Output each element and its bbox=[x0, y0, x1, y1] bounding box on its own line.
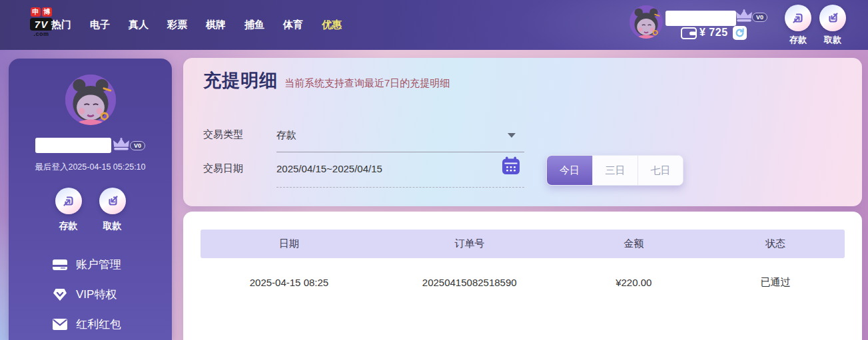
date-range-group: 今日 三日 七日 bbox=[546, 155, 683, 186]
withdraw-label: 取款 bbox=[819, 34, 846, 46]
sidebar-user-row: V0 bbox=[35, 137, 145, 154]
sidebar-vip-badge: V0 bbox=[130, 141, 145, 150]
logo-suffix: .com bbox=[30, 31, 53, 37]
nav-item-promo[interactable]: 优惠 bbox=[322, 19, 342, 31]
vip-level-badge: V0 bbox=[752, 13, 767, 22]
table-row: 2025-04-15 08:25 20250415082518590 ¥220.… bbox=[201, 258, 845, 306]
logo-main: 7V bbox=[30, 18, 53, 31]
logo-tile-2: 博 bbox=[42, 7, 52, 17]
sidebar-avatar[interactable] bbox=[65, 75, 116, 125]
range-3days-button[interactable]: 三日 bbox=[592, 156, 638, 185]
sidebar-item-label: VIP特权 bbox=[76, 287, 117, 302]
column-header-amount: 金额 bbox=[562, 238, 707, 250]
transaction-type-label: 交易类型 bbox=[203, 128, 243, 141]
logo-tile-1: 申 bbox=[31, 7, 41, 17]
type-underline bbox=[276, 152, 524, 152]
sidebar-item-label: 红利红包 bbox=[76, 317, 121, 332]
nav-item-lottery[interactable]: 彩票 bbox=[167, 19, 187, 31]
sidebar-avatar-image bbox=[65, 75, 116, 125]
sidebar-item-account[interactable]: 账户管理 bbox=[9, 250, 172, 279]
envelope-icon bbox=[53, 319, 67, 330]
cell-amount: ¥220.00 bbox=[562, 277, 707, 288]
page-subtitle: 当前系统支持查询最近7日的充提明细 bbox=[284, 77, 450, 90]
last-login-text: 最后登入2025-04-15 05:25:10 bbox=[35, 162, 145, 173]
sidebar: V0 最后登入2025-04-15 05:25:10 存款 取款 账户管理 bbox=[9, 59, 172, 340]
sidebar-transfer-buttons: 存款 取款 bbox=[55, 188, 126, 232]
sidebar-withdraw-label: 取款 bbox=[103, 220, 122, 232]
withdraw-icon bbox=[819, 5, 846, 31]
logo-cn-tiles: 申 博 bbox=[30, 7, 53, 17]
column-header-order: 订单号 bbox=[378, 238, 562, 250]
records-panel: 日期 订单号 金额 状态 2025-04-15 08:25 2025041508… bbox=[183, 212, 862, 340]
transaction-type-value[interactable]: 存款 bbox=[276, 129, 296, 142]
sidebar-withdraw-button[interactable]: 取款 bbox=[99, 188, 126, 232]
chevron-down-icon[interactable] bbox=[508, 133, 516, 138]
avatar[interactable] bbox=[630, 5, 663, 39]
deposit-button[interactable]: 存款 bbox=[785, 5, 811, 46]
site-logo[interactable]: 申 博 7V .com bbox=[30, 7, 53, 37]
page-title: 充提明细 bbox=[203, 69, 278, 92]
balance-amount: ¥ 725 bbox=[699, 27, 728, 39]
range-7days-button[interactable]: 七日 bbox=[638, 156, 683, 185]
calendar-icon[interactable] bbox=[502, 156, 520, 178]
nav-item-slots[interactable]: 电子 bbox=[90, 19, 110, 31]
table-header-row: 日期 订单号 金额 状态 bbox=[201, 230, 845, 258]
nav-item-live[interactable]: 真人 bbox=[129, 19, 149, 31]
deposit-label: 存款 bbox=[785, 34, 811, 46]
main-nav: 热门 电子 真人 彩票 棋牌 捕鱼 体育 优惠 bbox=[51, 0, 342, 50]
sidebar-item-bonus[interactable]: 红利红包 bbox=[9, 309, 172, 339]
withdraw-button[interactable]: 取款 bbox=[819, 5, 846, 46]
sidebar-username-redacted bbox=[35, 138, 111, 153]
filters-panel: 充提明细 当前系统支持查询最近7日的充提明细 交易类型 存款 交易日期 2025… bbox=[183, 58, 862, 206]
wallet-icon bbox=[681, 27, 697, 42]
sidebar-crown-icon bbox=[113, 137, 130, 154]
column-header-status: 状态 bbox=[706, 238, 845, 250]
transaction-date-label: 交易日期 bbox=[203, 162, 243, 175]
range-today-button[interactable]: 今日 bbox=[547, 156, 592, 185]
sidebar-item-label: 账户管理 bbox=[76, 257, 121, 272]
nav-item-sports[interactable]: 体育 bbox=[283, 19, 303, 31]
avatar-image bbox=[630, 5, 663, 39]
cell-date: 2025-04-15 08:25 bbox=[201, 277, 378, 288]
page-title-row: 充提明细 当前系统支持查询最近7日的充提明细 bbox=[203, 69, 450, 92]
sidebar-menu: 账户管理 VIP特权 红利红包 bbox=[9, 250, 172, 339]
sidebar-deposit-icon bbox=[55, 188, 82, 214]
username-redacted bbox=[665, 11, 736, 26]
sidebar-item-vip[interactable]: VIP特权 bbox=[9, 279, 172, 309]
nav-item-chess[interactable]: 棋牌 bbox=[206, 19, 226, 31]
cell-order-number: 20250415082518590 bbox=[378, 277, 562, 288]
status-badge: 已通过 bbox=[706, 276, 845, 289]
sidebar-deposit-button[interactable]: 存款 bbox=[55, 188, 82, 232]
crown-icon bbox=[735, 9, 753, 25]
gem-icon bbox=[53, 288, 67, 301]
nav-item-hot[interactable]: 热门 bbox=[51, 19, 71, 31]
column-header-date: 日期 bbox=[201, 238, 378, 250]
sidebar-withdraw-icon bbox=[99, 188, 126, 214]
transaction-date-value[interactable]: 2025/04/15~2025/04/15 bbox=[276, 163, 382, 174]
nav-item-fishing[interactable]: 捕鱼 bbox=[244, 19, 264, 31]
sidebar-deposit-label: 存款 bbox=[59, 220, 78, 232]
topbar: 申 博 7V .com 热门 电子 真人 彩票 棋牌 捕鱼 体育 优惠 bbox=[0, 0, 868, 50]
deposit-icon bbox=[785, 5, 811, 31]
card-icon bbox=[53, 259, 67, 270]
date-underline bbox=[276, 187, 524, 188]
refresh-balance-icon[interactable] bbox=[733, 26, 747, 40]
